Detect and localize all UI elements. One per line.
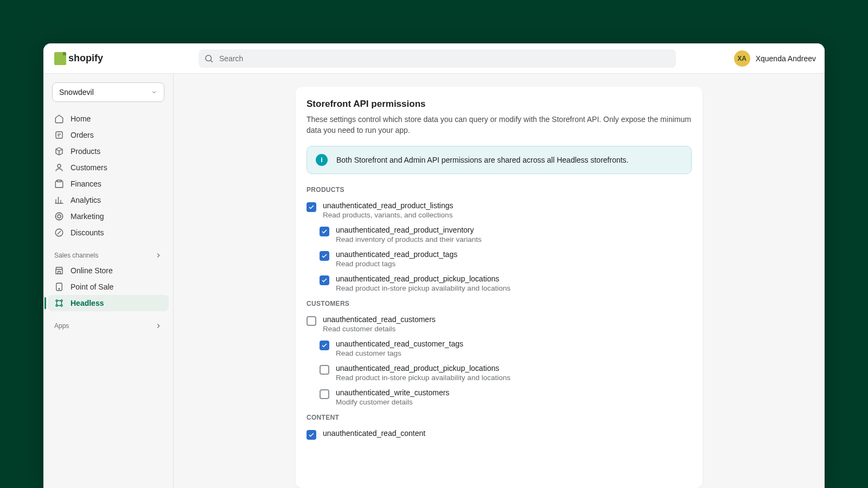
sidebar-item-orders[interactable]: Orders bbox=[48, 127, 169, 143]
svg-point-0 bbox=[206, 55, 212, 61]
sidebar-item-label: Orders bbox=[71, 131, 94, 139]
products-icon bbox=[54, 146, 64, 156]
permission-text: unauthenticated_read_product_pickup_loca… bbox=[336, 274, 510, 292]
chevron-right-icon bbox=[155, 252, 162, 259]
sidebar-item-analytics[interactable]: Analytics bbox=[48, 192, 169, 208]
permission-description: Read product in-store pickup availabilit… bbox=[336, 284, 510, 292]
page-subtitle: These settings control which store data … bbox=[307, 114, 692, 136]
sidebar: Snowdevil HomeOrdersProductsCustomersFin… bbox=[43, 74, 174, 488]
topbar: shopify Search XA Xquenda Andreev bbox=[43, 43, 825, 74]
sidebar-item-products[interactable]: Products bbox=[48, 143, 169, 159]
permission-row: unauthenticated_write_customersModify cu… bbox=[320, 386, 692, 410]
permission-text: unauthenticated_read_customer_tagsRead c… bbox=[336, 339, 463, 357]
sidebar-section-label: Sales channels bbox=[54, 252, 98, 259]
sidebar-item-label: Point of Sale bbox=[71, 282, 113, 291]
permission-description: Read customer tags bbox=[336, 349, 463, 357]
checkbox[interactable] bbox=[320, 227, 329, 236]
finances-icon bbox=[54, 179, 64, 189]
svg-point-11 bbox=[56, 305, 58, 306]
sidebar-item-online-store[interactable]: Online Store bbox=[48, 262, 169, 279]
headless-icon bbox=[54, 298, 64, 308]
checkbox[interactable] bbox=[320, 251, 329, 261]
info-banner: i Both Storefront and Admin API permissi… bbox=[307, 146, 692, 174]
shopify-bag-icon bbox=[54, 52, 66, 65]
permission-row: unauthenticated_read_product_listingsRea… bbox=[307, 199, 692, 223]
brand-logo[interactable]: shopify bbox=[54, 52, 103, 65]
discounts-icon bbox=[54, 228, 64, 237]
info-icon: i bbox=[316, 154, 328, 166]
permission-name: unauthenticated_read_content bbox=[323, 429, 425, 438]
permission-name: unauthenticated_read_product_inventory bbox=[336, 226, 482, 234]
sidebar-item-label: Products bbox=[71, 147, 100, 156]
info-banner-text: Both Storefront and Admin API permission… bbox=[336, 156, 629, 164]
permission-description: Read inventory of products and their var… bbox=[336, 235, 482, 243]
chevron-down-icon bbox=[151, 89, 157, 95]
svg-point-5 bbox=[58, 215, 61, 218]
permission-description: Read product in-store pickup availabilit… bbox=[336, 374, 510, 382]
store-icon bbox=[54, 266, 64, 275]
permission-text: unauthenticated_read_customersRead custo… bbox=[323, 315, 436, 333]
permission-row: unauthenticated_read_product_pickup_loca… bbox=[320, 272, 692, 297]
sidebar-section-sales-channels[interactable]: Sales channels bbox=[48, 246, 169, 261]
svg-point-3 bbox=[58, 164, 61, 168]
permission-row: unauthenticated_read_product_tagsRead pr… bbox=[320, 248, 692, 272]
permission-text: unauthenticated_read_content bbox=[323, 429, 425, 438]
checkbox[interactable] bbox=[320, 341, 329, 350]
sidebar-item-finances[interactable]: Finances bbox=[48, 176, 169, 192]
svg-point-12 bbox=[61, 305, 62, 306]
permission-name: unauthenticated_read_customers bbox=[323, 315, 436, 324]
user-menu[interactable]: XA Xquenda Andreev bbox=[734, 50, 816, 67]
store-selector-value: Snowdevil bbox=[59, 88, 94, 97]
checkbox[interactable] bbox=[320, 275, 329, 285]
sidebar-item-customers[interactable]: Customers bbox=[48, 159, 169, 176]
permission-section-heading: PRODUCTS bbox=[307, 186, 692, 194]
sidebar-item-point-of-sale[interactable]: Point of Sale bbox=[48, 279, 169, 295]
home-icon bbox=[54, 114, 64, 124]
permission-description: Read products, variants, and collections bbox=[323, 211, 454, 219]
checkbox[interactable] bbox=[307, 430, 316, 440]
permission-row: unauthenticated_read_customer_tagsRead c… bbox=[320, 337, 692, 362]
sidebar-item-label: Customers bbox=[71, 163, 107, 172]
page-title: Storefront API permissions bbox=[307, 99, 692, 110]
permission-name: unauthenticated_read_product_tags bbox=[336, 250, 457, 259]
permission-text: unauthenticated_write_customersModify cu… bbox=[336, 388, 449, 406]
permission-text: unauthenticated_read_product_pickup_loca… bbox=[336, 364, 510, 382]
sidebar-item-marketing[interactable]: Marketing bbox=[48, 208, 169, 224]
sidebar-item-home[interactable]: Home bbox=[48, 111, 169, 127]
checkbox[interactable] bbox=[307, 202, 316, 212]
permissions-card: Storefront API permissions These setting… bbox=[296, 87, 703, 488]
store-selector[interactable]: Snowdevil bbox=[52, 82, 164, 102]
body: Snowdevil HomeOrdersProductsCustomersFin… bbox=[43, 74, 825, 488]
svg-point-9 bbox=[56, 300, 58, 301]
sidebar-section-apps[interactable]: Apps bbox=[48, 317, 169, 332]
svg-point-8 bbox=[59, 288, 60, 290]
sidebar-item-label: Finances bbox=[71, 179, 101, 188]
permission-name: unauthenticated_write_customers bbox=[336, 388, 449, 397]
checkbox[interactable] bbox=[307, 316, 316, 326]
permission-description: Read product tags bbox=[336, 260, 457, 268]
svg-point-10 bbox=[61, 300, 62, 301]
brand-name: shopify bbox=[68, 53, 103, 64]
permission-row: unauthenticated_read_product_inventoryRe… bbox=[320, 223, 692, 248]
permission-row: unauthenticated_read_content bbox=[307, 427, 692, 444]
pos-icon bbox=[54, 282, 64, 292]
checkbox[interactable] bbox=[320, 389, 329, 399]
sidebar-section-label: Apps bbox=[54, 322, 69, 330]
chevron-right-icon bbox=[155, 322, 162, 330]
orders-icon bbox=[54, 130, 64, 140]
checkbox[interactable] bbox=[320, 365, 329, 375]
analytics-icon bbox=[54, 195, 64, 205]
main-content: Storefront API permissions These setting… bbox=[174, 74, 825, 488]
permission-text: unauthenticated_read_product_tagsRead pr… bbox=[336, 250, 457, 268]
permission-section-heading: CUSTOMERS bbox=[307, 300, 692, 307]
sidebar-item-headless[interactable]: Headless bbox=[48, 295, 169, 311]
permission-section-heading: CONTENT bbox=[307, 414, 692, 421]
sidebar-item-label: Marketing bbox=[71, 212, 104, 221]
search-input[interactable]: Search bbox=[199, 49, 676, 68]
permission-name: unauthenticated_read_product_pickup_loca… bbox=[336, 364, 510, 373]
sidebar-item-label: Home bbox=[71, 114, 91, 123]
sidebar-item-discounts[interactable]: Discounts bbox=[48, 224, 169, 241]
search-placeholder: Search bbox=[219, 54, 243, 63]
app-window: shopify Search XA Xquenda Andreev Snowde… bbox=[43, 43, 825, 488]
user-name: Xquenda Andreev bbox=[756, 54, 816, 63]
